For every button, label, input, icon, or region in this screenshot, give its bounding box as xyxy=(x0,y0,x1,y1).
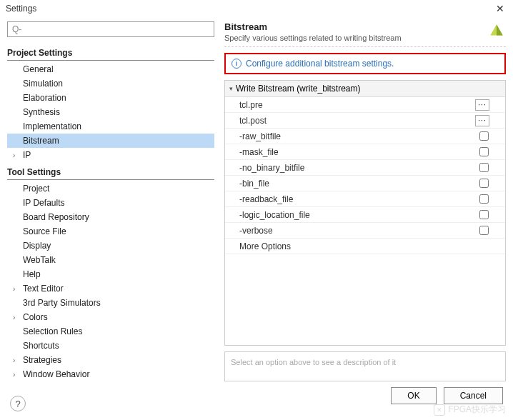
sidebar-item-simulation[interactable]: Simulation xyxy=(7,76,214,91)
sidebar-item-source-file[interactable]: Source File xyxy=(7,224,214,239)
help-icon[interactable]: ? xyxy=(10,396,26,411)
option-label: tcl.pre xyxy=(239,100,462,110)
sidebar-item-label: Implementation xyxy=(23,121,81,131)
sidebar-item-general[interactable]: General xyxy=(7,62,214,76)
sidebar-item-label: Source File xyxy=(23,226,66,236)
option-row[interactable]: tcl.pre··· xyxy=(225,97,505,113)
xilinx-logo-icon xyxy=(487,21,506,40)
page-title: Bitstream xyxy=(224,21,402,32)
option-label: -verbose xyxy=(239,226,462,236)
sidebar-item-selection-rules[interactable]: Selection Rules xyxy=(7,324,214,339)
sidebar-item-label: Simulation xyxy=(23,79,63,89)
sidebar-item-board-repository[interactable]: Board Repository xyxy=(7,210,214,224)
sidebar-item-label: Bitstream xyxy=(23,136,59,146)
config-link-callout: i Configure additional bitstream setting… xyxy=(224,53,506,74)
sidebar-item-ip-defaults[interactable]: IP Defaults xyxy=(7,196,214,210)
sidebar-item-window-behavior[interactable]: ›Window Behavior xyxy=(7,367,214,381)
sidebar-item-display[interactable]: Display xyxy=(7,239,214,253)
option-checkbox[interactable] xyxy=(479,131,489,141)
sidebar-item-label: Help xyxy=(23,269,41,279)
sidebar-item-bitstream[interactable]: Bitstream xyxy=(7,134,214,148)
option-row[interactable]: -mask_file xyxy=(225,144,505,160)
sidebar-item-help[interactable]: Help xyxy=(7,267,214,281)
option-row[interactable]: -verbose xyxy=(225,223,505,239)
page-subtitle: Specify various settings related to writ… xyxy=(224,34,402,42)
info-icon: i xyxy=(231,59,241,69)
tree-section-tool: Tool Settings xyxy=(7,165,214,180)
sidebar-item-label: Display xyxy=(23,241,51,251)
sidebar-item-label: Board Repository xyxy=(23,212,89,222)
window-title: Settings xyxy=(6,4,36,14)
option-label: -readback_file xyxy=(239,194,462,204)
sidebar-item-label: General xyxy=(23,64,54,74)
cancel-button[interactable]: Cancel xyxy=(444,387,503,404)
browse-button[interactable]: ··· xyxy=(475,115,489,126)
sidebar-item-label: IP Defaults xyxy=(23,198,64,208)
chevron-right-icon: › xyxy=(13,151,21,159)
chevron-down-icon: ▾ xyxy=(229,85,233,92)
right-panel: Bitstream Specify various settings relat… xyxy=(224,21,506,381)
option-row[interactable]: tcl.post··· xyxy=(225,113,505,129)
option-row[interactable]: -logic_location_file xyxy=(225,207,505,223)
sidebar-item-label: Project xyxy=(23,184,49,194)
option-label: -mask_file xyxy=(239,147,462,157)
chevron-right-icon: › xyxy=(13,285,21,293)
option-label: -bin_file xyxy=(239,179,462,189)
left-panel: Project SettingsGeneralSimulationElabora… xyxy=(7,21,214,381)
close-icon[interactable]: ✕ xyxy=(493,3,507,14)
sidebar-item-implementation[interactable]: Implementation xyxy=(7,119,214,134)
option-label: -no_binary_bitfile xyxy=(239,163,462,173)
sidebar-item-text-editor[interactable]: ›Text Editor xyxy=(7,281,214,296)
option-checkbox[interactable] xyxy=(479,210,489,219)
sidebar-item-label: WebTalk xyxy=(23,255,56,265)
option-checkbox[interactable] xyxy=(479,194,489,204)
sidebar-item-project[interactable]: Project xyxy=(7,181,214,196)
sidebar-item-label: Window Behavior xyxy=(23,369,89,379)
sidebar-item-label: Elaboration xyxy=(23,93,66,103)
search-box[interactable] xyxy=(7,21,214,37)
option-label: -raw_bitfile xyxy=(239,131,462,141)
option-label: -logic_location_file xyxy=(239,210,462,220)
configure-bitstream-link[interactable]: Configure additional bitstream settings. xyxy=(246,59,394,69)
sidebar-item-ip[interactable]: ›IP xyxy=(7,148,214,162)
sidebar-item-label: Strategies xyxy=(23,355,61,365)
option-row[interactable]: -readback_file xyxy=(225,191,505,207)
sidebar-item-label: Selection Rules xyxy=(23,326,82,336)
sidebar-item-label: IP xyxy=(23,150,31,160)
option-checkbox[interactable] xyxy=(479,163,489,172)
sidebar-item-colors[interactable]: ›Colors xyxy=(7,310,214,324)
chevron-right-icon: › xyxy=(13,356,21,364)
sidebar-item-synthesis[interactable]: Synthesis xyxy=(7,105,214,119)
sidebar-item-label: Shortcuts xyxy=(23,341,59,351)
settings-tree: Project SettingsGeneralSimulationElabora… xyxy=(7,37,214,381)
sidebar-item-label: 3rd Party Simulators xyxy=(23,298,101,308)
option-label: tcl.post xyxy=(239,116,462,126)
option-checkbox[interactable] xyxy=(479,226,489,235)
option-row[interactable]: More Options xyxy=(225,239,505,254)
option-row[interactable]: -raw_bitfile xyxy=(225,129,505,144)
sidebar-item-shortcuts[interactable]: Shortcuts xyxy=(7,339,214,353)
option-checkbox[interactable] xyxy=(479,179,489,188)
sidebar-item-elaboration[interactable]: Elaboration xyxy=(7,91,214,105)
browse-button[interactable]: ··· xyxy=(475,99,489,111)
sidebar-item-3rd-party-simulators[interactable]: 3rd Party Simulators xyxy=(7,296,214,310)
tree-section-project: Project Settings xyxy=(7,46,214,61)
sidebar-item-strategies[interactable]: ›Strategies xyxy=(7,353,214,367)
search-input[interactable] xyxy=(12,24,209,34)
option-row[interactable]: -bin_file xyxy=(225,176,505,191)
options-group-header[interactable]: ▾ Write Bitstream (write_bitstream) xyxy=(225,81,505,97)
sidebar-item-webtalk[interactable]: WebTalk xyxy=(7,253,214,267)
option-row[interactable]: -no_binary_bitfile xyxy=(225,160,505,176)
sidebar-item-label: Synthesis xyxy=(23,107,60,117)
options-group-title: Write Bitstream (write_bitstream) xyxy=(236,84,360,94)
option-checkbox[interactable] xyxy=(479,147,489,156)
sidebar-item-label: Colors xyxy=(23,312,48,322)
option-description: Select an option above to see a descript… xyxy=(224,351,506,381)
chevron-right-icon: › xyxy=(13,314,21,321)
options-panel: ▾ Write Bitstream (write_bitstream) tcl.… xyxy=(224,80,506,346)
sidebar-item-label: Text Editor xyxy=(23,284,64,294)
chevron-right-icon: › xyxy=(13,371,21,379)
ok-button[interactable]: OK xyxy=(391,387,436,404)
option-label: More Options xyxy=(239,241,462,251)
